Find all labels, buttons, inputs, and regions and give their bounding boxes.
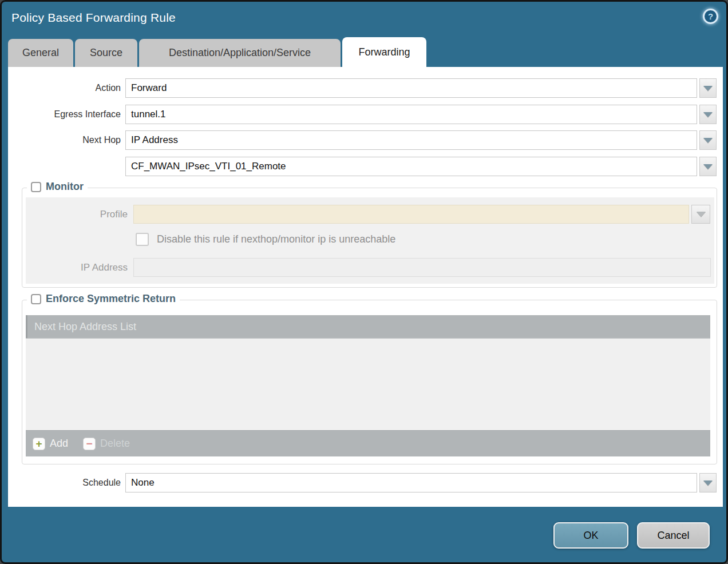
enforce-symmetric-return-checkbox[interactable] (31, 294, 41, 304)
monitor-panel: Profile Disable this rule if nexthop/mon… (26, 197, 714, 284)
disable-rule-label: Disable this rule if nexthop/monitor ip … (157, 233, 395, 245)
forwarding-tab-panel: Action Forward Egress Interface tunnel.1… (8, 67, 723, 507)
enforce-symmetric-return-group: Enforce Symmetric Return Next Hop Addres… (22, 300, 717, 464)
action-label: Action (8, 78, 121, 98)
monitor-group: Monitor Profile Disable this rule if nex… (22, 188, 717, 288)
tab-source[interactable]: Source (75, 39, 137, 67)
disable-rule-row: Disable this rule if nexthop/monitor ip … (136, 233, 395, 246)
monitor-ip-address-field (133, 258, 711, 277)
monitor-legend: Monitor (27, 181, 88, 193)
monitor-ip-address-label: IP Address (26, 258, 128, 277)
next-hop-field[interactable]: IP Address (125, 130, 697, 150)
schedule-dropdown-button[interactable] (699, 473, 717, 492)
minus-icon: − (83, 438, 96, 450)
next-hop-address-dropdown-button[interactable] (699, 157, 717, 176)
add-button[interactable]: + Add (33, 438, 68, 450)
profile-dropdown-button (691, 205, 710, 224)
egress-interface-dropdown-button[interactable] (699, 105, 717, 124)
monitor-legend-label: Monitor (46, 181, 84, 193)
plus-icon: + (33, 438, 45, 450)
profile-label: Profile (26, 205, 128, 224)
monitor-checkbox[interactable] (31, 182, 41, 192)
policy-based-forwarding-dialog: Policy Based Forwarding Rule ? General S… (0, 0, 728, 564)
tab-forwarding[interactable]: Forwarding (342, 37, 426, 67)
tab-bar: General Source Destination/Application/S… (8, 39, 426, 67)
tab-destination-application-service[interactable]: Destination/Application/Service (139, 39, 341, 67)
delete-button-label: Delete (100, 438, 130, 450)
screen: Policy Based Forwarding Rule ? General S… (0, 0, 728, 564)
action-dropdown-button[interactable] (699, 78, 717, 98)
next-hop-dropdown-button[interactable] (699, 130, 717, 150)
next-hop-address-field[interactable]: CF_MWAN_IPsec_VTI_01_Remote (125, 157, 697, 176)
egress-interface-field[interactable]: tunnel.1 (125, 105, 697, 124)
help-icon[interactable]: ? (703, 9, 718, 24)
next-hop-address-table: Next Hop Address List + Add − Delete (26, 315, 710, 456)
next-hop-address-toolbar: + Add − Delete (26, 430, 710, 456)
action-field[interactable]: Forward (125, 78, 697, 98)
egress-interface-label: Egress Interface (8, 105, 121, 124)
disable-rule-checkbox (136, 233, 149, 246)
schedule-label: Schedule (8, 473, 121, 492)
ok-button[interactable]: OK (553, 522, 628, 549)
profile-field (133, 205, 689, 224)
delete-button: − Delete (83, 438, 130, 450)
enforce-symmetric-return-legend: Enforce Symmetric Return (27, 293, 180, 305)
next-hop-address-list-header: Next Hop Address List (26, 315, 710, 338)
tab-general[interactable]: General (8, 39, 73, 67)
next-hop-address-list-body (26, 338, 710, 430)
dialog-title: Policy Based Forwarding Rule (11, 11, 176, 25)
cancel-button[interactable]: Cancel (637, 522, 710, 549)
enforce-symmetric-return-label: Enforce Symmetric Return (46, 293, 176, 305)
schedule-field[interactable]: None (125, 473, 697, 492)
add-button-label: Add (50, 438, 68, 450)
next-hop-label: Next Hop (8, 130, 121, 150)
